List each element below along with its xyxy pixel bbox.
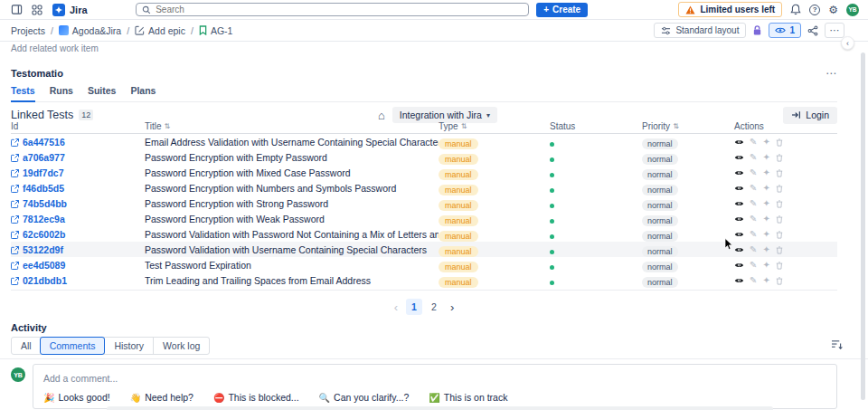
external-link-icon[interactable]: [11, 246, 19, 254]
global-search[interactable]: [136, 3, 529, 16]
sort-icon[interactable]: ⇅: [165, 122, 171, 130]
external-link-icon[interactable]: [11, 200, 19, 208]
delete-trash-icon[interactable]: [776, 277, 783, 285]
ai-sparkle-icon[interactable]: ✦: [762, 138, 769, 147]
ai-sparkle-icon[interactable]: ✦: [762, 199, 769, 208]
table-row[interactable]: a706a977 Password Encryption with Empty …: [11, 149, 837, 165]
comment-editor[interactable]: Add a comment... 🎉 Looks good! 👋 Need he…: [33, 364, 837, 409]
standard-layout-button[interactable]: Standard layout: [654, 23, 746, 38]
edit-pencil-icon[interactable]: ✎: [750, 245, 757, 254]
external-link-icon[interactable]: [11, 277, 19, 285]
test-id-link[interactable]: 74b5d4bb: [23, 198, 67, 209]
breadcrumb-add-epic[interactable]: Add epic: [135, 25, 185, 36]
delete-trash-icon[interactable]: [776, 200, 783, 208]
prev-page-icon[interactable]: ‹: [394, 301, 398, 313]
edit-pencil-icon[interactable]: ✎: [750, 261, 757, 270]
more-actions-button[interactable]: ⋯: [825, 23, 844, 38]
ai-sparkle-icon[interactable]: ✦: [762, 245, 769, 254]
ai-sparkle-icon[interactable]: ✦: [762, 261, 769, 270]
column-header[interactable]: Type ⇅: [439, 121, 550, 131]
test-id-link[interactable]: 19df7dc7: [23, 167, 64, 178]
view-eye-icon[interactable]: [734, 200, 744, 207]
search-input[interactable]: [156, 5, 523, 14]
table-row[interactable]: 7812ec9a Password Encryption with Weak P…: [11, 211, 837, 226]
quick-reply-button[interactable]: 👋 Need help?: [130, 392, 193, 403]
edit-pencil-icon[interactable]: ✎: [750, 138, 757, 147]
settings-gear-icon[interactable]: ⚙: [828, 5, 838, 15]
view-eye-icon[interactable]: [734, 215, 744, 223]
panel-collapse-handle[interactable]: ‹: [841, 36, 854, 50]
share-icon[interactable]: [807, 25, 818, 36]
table-row[interactable]: f46db5d5 Password Encryption with Number…: [11, 180, 837, 195]
activity-tab[interactable]: History: [104, 338, 153, 354]
column-header[interactable]: Id ⇅: [11, 121, 145, 131]
page-button[interactable]: 2: [426, 299, 442, 315]
view-eye-icon[interactable]: [734, 169, 744, 176]
test-id-link[interactable]: 021dbdb1: [23, 275, 67, 286]
vertical-scrollbar[interactable]: [861, 52, 865, 400]
delete-trash-icon[interactable]: [776, 231, 783, 239]
view-eye-icon[interactable]: [734, 231, 744, 238]
delete-trash-icon[interactable]: [776, 246, 783, 254]
quick-reply-button[interactable]: 🔍 Can you clarify...?: [319, 392, 410, 403]
activity-tab[interactable]: Work log: [153, 338, 209, 354]
external-link-icon[interactable]: [11, 231, 19, 239]
edit-pencil-icon[interactable]: ✎: [750, 276, 757, 285]
sidebar-toggle-icon[interactable]: [9, 3, 24, 17]
column-header[interactable]: Title ⇅: [145, 121, 439, 131]
view-eye-icon[interactable]: [734, 185, 744, 192]
external-link-icon[interactable]: [11, 185, 19, 193]
view-eye-icon[interactable]: [734, 262, 744, 269]
column-header[interactable]: Actions ⇅: [734, 121, 837, 131]
view-eye-icon[interactable]: [734, 154, 744, 161]
external-link-icon[interactable]: [11, 262, 19, 270]
edit-pencil-icon[interactable]: ✎: [750, 153, 757, 162]
table-row[interactable]: 19df7dc7 Password Encryption with Mixed …: [11, 165, 837, 180]
edit-pencil-icon[interactable]: ✎: [750, 168, 757, 177]
breadcrumb-project[interactable]: Agoda&Jira: [59, 25, 121, 36]
panel-tab[interactable]: Tests: [11, 85, 35, 102]
table-row[interactable]: 74b5d4bb Password Encryption with Strong…: [11, 195, 837, 211]
add-related-work-item[interactable]: Add related work item: [11, 43, 99, 53]
panel-more-icon[interactable]: ⋯: [826, 67, 837, 80]
next-page-icon[interactable]: ›: [450, 301, 454, 313]
activity-tab[interactable]: All: [12, 338, 41, 354]
ai-sparkle-icon[interactable]: ✦: [762, 276, 769, 285]
create-button[interactable]: + Create: [536, 3, 588, 17]
edit-pencil-icon[interactable]: ✎: [750, 230, 757, 239]
app-switcher-icon[interactable]: [30, 3, 44, 17]
delete-trash-icon[interactable]: [776, 169, 783, 177]
test-id-link[interactable]: 62c6002b: [23, 229, 65, 240]
view-eye-icon[interactable]: [734, 138, 744, 146]
delete-trash-icon[interactable]: [776, 185, 783, 193]
delete-trash-icon[interactable]: [776, 215, 783, 224]
notifications-bell-icon[interactable]: [790, 4, 801, 15]
column-header[interactable]: Status ⇅: [550, 121, 642, 131]
quick-reply-button[interactable]: 🎉 Looks good!: [43, 392, 110, 403]
edit-pencil-icon[interactable]: ✎: [750, 199, 757, 208]
sort-order-icon[interactable]: [831, 339, 843, 349]
page-button[interactable]: 1: [406, 299, 422, 315]
delete-trash-icon[interactable]: [776, 138, 783, 147]
delete-trash-icon[interactable]: [776, 154, 783, 162]
ai-sparkle-icon[interactable]: ✦: [762, 168, 769, 177]
sort-icon[interactable]: ⇅: [673, 122, 679, 130]
panel-tab[interactable]: Plans: [130, 85, 156, 101]
lock-icon[interactable]: [752, 24, 762, 36]
edit-pencil-icon[interactable]: ✎: [750, 184, 757, 193]
column-header[interactable]: Priority ⇅: [642, 121, 734, 131]
edit-pencil-icon[interactable]: ✎: [750, 215, 757, 224]
ai-sparkle-icon[interactable]: ✦: [762, 153, 769, 162]
sort-icon[interactable]: ⇅: [461, 122, 467, 130]
external-link-icon[interactable]: [11, 215, 19, 224]
quick-reply-button[interactable]: ✅ This is on track: [429, 392, 507, 403]
ai-sparkle-icon[interactable]: ✦: [762, 230, 769, 239]
test-id-link[interactable]: 7812ec9a: [23, 214, 65, 224]
table-row[interactable]: 62c6002b Password Validation with Passwo…: [11, 226, 837, 242]
view-eye-icon[interactable]: [734, 246, 744, 253]
ai-sparkle-icon[interactable]: ✦: [762, 215, 769, 224]
table-row[interactable]: 6a447516 Email Address Validation with U…: [11, 134, 837, 149]
table-row[interactable]: 021dbdb1 Trim Leading and Trailing Space…: [11, 272, 837, 288]
ai-sparkle-icon[interactable]: ✦: [762, 184, 769, 193]
quick-reply-button[interactable]: ⛔ This is blocked...: [213, 392, 299, 403]
